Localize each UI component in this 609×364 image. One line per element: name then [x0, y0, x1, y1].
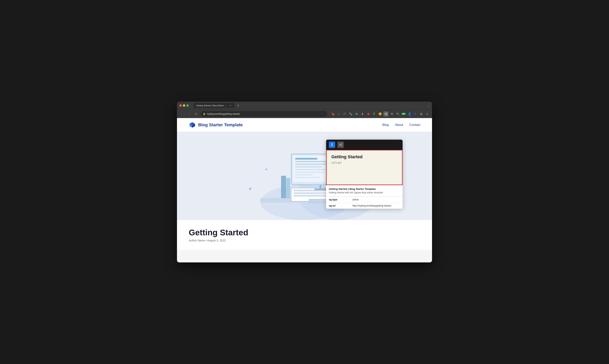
- tools-icon[interactable]: 🔧: [348, 111, 353, 117]
- site-logo-text: Blog Starter Template: [198, 122, 243, 128]
- ublock-badge: u: [367, 113, 370, 115]
- svg-text:✳: ✳: [249, 187, 252, 191]
- nav-contact[interactable]: Contact: [410, 123, 420, 127]
- ublock-icon[interactable]: u: [366, 111, 371, 117]
- svg-rect-21: [295, 158, 318, 160]
- article-meta: Author Name • August 3, 2022: [189, 239, 420, 242]
- js-toggle-icon[interactable]: JS: [389, 111, 394, 117]
- popup-preview: Getting Started Let's go!: [326, 150, 403, 185]
- og-type-row: og:type article: [326, 197, 403, 203]
- counter-badge: 200: [402, 113, 405, 115]
- svg-point-45: [341, 145, 342, 146]
- popup-info: Getting Started | Blog Starter Template …: [326, 185, 403, 196]
- svg-rect-30: [286, 178, 290, 198]
- svg-rect-25: [295, 169, 329, 170]
- svg-rect-29: [281, 176, 286, 198]
- browser-window: Getting Started | Blog Starter Temp… ✕ +…: [177, 102, 432, 262]
- hamburger-icon: ≡: [426, 112, 428, 116]
- download-icon[interactable]: ⬇: [360, 111, 365, 117]
- refresh-button[interactable]: ↻: [193, 111, 199, 117]
- svg-rect-18: [315, 188, 327, 190]
- nav-blog[interactable]: Blog: [382, 123, 389, 127]
- notifications-icon[interactable]: N: [419, 111, 424, 117]
- preview-subtitle: Let's go!: [331, 161, 397, 164]
- article-title: Getting Started: [189, 228, 420, 237]
- page-content: Blog Starter Template Blog About Contact: [177, 118, 432, 262]
- site-header: Blog Starter Template Blog About Contact: [177, 118, 432, 132]
- svg-point-0: [386, 113, 387, 113]
- popup-page-desc: Getting started with the Jigsaw blog sta…: [329, 191, 400, 194]
- svg-line-46: [340, 145, 341, 145]
- tab-bar: Getting Started | Blog Starter Temp… ✕ +: [193, 103, 426, 108]
- svg-point-43: [341, 143, 342, 144]
- svg-line-3: [385, 114, 386, 115]
- avatar-icon[interactable]: 👤: [407, 111, 412, 117]
- title-bar-right: ⌄: [427, 104, 430, 107]
- svg-line-4: [385, 113, 386, 114]
- shield-icon[interactable]: 🛡: [342, 111, 347, 117]
- site-nav: Blog About Contact: [382, 123, 420, 127]
- og-url-row: og:url http://myblog.test/blog/getting-s…: [326, 203, 403, 209]
- site-logo[interactable]: Blog Starter Template: [189, 121, 243, 129]
- tab-close-button[interactable]: ✕: [229, 104, 232, 107]
- toolbar-icons: 🔖 ☆ 🛡 🔧 ⚙ ⬇ u V 😀 JS 🔌 200 👤 F N ≡: [331, 111, 430, 117]
- menu-icon[interactable]: ≡: [424, 111, 430, 117]
- svg-point-2: [386, 114, 387, 115]
- share-options-icon[interactable]: [337, 142, 344, 148]
- address-bar[interactable]: 🔒 myblog.test/blog/getting-started: [200, 111, 327, 117]
- popup-page-title: Getting Started | Blog Starter Template: [329, 187, 400, 190]
- svg-rect-24: [295, 166, 322, 168]
- og-url-label: og:url: [326, 203, 350, 209]
- lock-icon: 🔒: [203, 113, 206, 115]
- share-popup: f Getting Started Let's go! Getting Star…: [326, 140, 403, 209]
- maximize-button[interactable]: [186, 104, 189, 107]
- svg-line-47: [340, 144, 341, 144]
- minimize-button[interactable]: [183, 104, 185, 107]
- svg-text:✳: ✳: [265, 168, 267, 171]
- svg-point-1: [385, 114, 385, 114]
- popup-meta-table: og:type article og:url http://myblog.tes…: [326, 196, 403, 209]
- bookmark-icon[interactable]: 🔖: [331, 111, 335, 117]
- tab-title: Getting Started | Blog Starter Temp…: [196, 104, 228, 107]
- share-button[interactable]: [383, 111, 388, 117]
- active-tab[interactable]: Getting Started | Blog Starter Temp… ✕: [193, 103, 235, 108]
- popup-header: f: [326, 140, 403, 150]
- vpn-icon[interactable]: V: [371, 111, 377, 117]
- nav-about[interactable]: About: [395, 123, 403, 127]
- new-tab-button[interactable]: +: [236, 103, 241, 108]
- emoji-icon[interactable]: 😀: [377, 111, 383, 117]
- chevron-down-icon: ⌄: [427, 104, 430, 107]
- nav-bar: ← → ↻ 🔒 myblog.test/blog/getting-started…: [177, 109, 432, 118]
- star-icon[interactable]: ☆: [336, 111, 341, 117]
- back-button[interactable]: ←: [179, 111, 185, 117]
- svg-rect-23: [295, 164, 326, 165]
- url-text: myblog.test/blog/getting-started: [207, 113, 239, 115]
- title-bar: Getting Started | Blog Starter Temp… ✕ +…: [177, 102, 432, 109]
- svg-point-44: [340, 144, 340, 145]
- extension-icon[interactable]: ⚙: [354, 111, 359, 117]
- svg-rect-22: [295, 161, 331, 162]
- counter-icon[interactable]: 200: [401, 111, 406, 117]
- og-type-label: og:type: [326, 197, 350, 203]
- svg-rect-27: [295, 174, 313, 176]
- traffic-lights: [179, 104, 189, 107]
- og-type-value: article: [350, 197, 403, 203]
- profile-icon[interactable]: F: [413, 111, 418, 117]
- preview-title: Getting Started: [331, 154, 397, 159]
- svg-rect-28: [295, 177, 320, 178]
- og-url-value: http://myblog.test/blog/getting-started: [350, 203, 403, 209]
- logo-icon: [189, 121, 196, 129]
- facebook-icon: f: [329, 142, 335, 148]
- extension2-icon[interactable]: 🔌: [395, 111, 400, 117]
- close-button[interactable]: [179, 104, 182, 107]
- svg-rect-26: [295, 172, 324, 173]
- forward-button[interactable]: →: [186, 111, 192, 117]
- article-section: Getting Started Author Name • August 3, …: [177, 220, 432, 250]
